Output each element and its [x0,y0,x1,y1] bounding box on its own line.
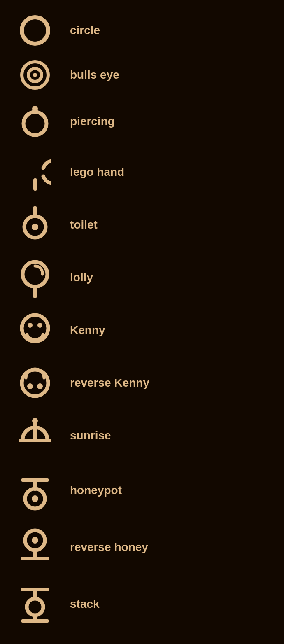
svg-point-13 [28,323,33,328]
toilet-icon [8,204,62,245]
item-label: lego hand [62,166,276,179]
svg-point-26 [32,537,38,544]
piercing-icon [8,103,62,140]
list-item: lolly [0,251,284,304]
lolly-icon [8,257,62,298]
svg-point-5 [32,106,38,112]
svg-point-16 [27,383,33,389]
kenny-icon [8,310,62,351]
item-list: circle bulls eye piercing [0,0,284,644]
list-item: lego hand [0,146,284,198]
svg-point-20 [32,418,38,424]
item-label: bulls eye [62,68,276,82]
alien-icon [8,638,62,644]
svg-point-4 [23,112,47,135]
item-label: toilet [62,218,276,231]
svg-point-9 [32,224,38,230]
item-label: honeypot [62,484,276,497]
lego-hand-icon [8,152,62,193]
item-label: circle [62,24,276,37]
list-item: sunrise [0,409,284,462]
item-label: reverse Kenny [62,376,276,390]
list-item: piercing [0,97,284,146]
list-item: reverse honey [0,519,284,576]
svg-point-12 [22,315,48,341]
circle-icon [8,14,62,47]
list-item: bulls eye [0,53,284,97]
svg-point-14 [37,323,42,328]
item-label: Kenny [62,324,276,337]
svg-point-0 [22,17,48,44]
honeypot-icon [8,468,62,513]
reverse-kenny-icon [8,362,62,404]
list-item: alien [0,632,284,644]
item-label: piercing [62,115,276,128]
item-label: reverse honey [62,541,276,554]
svg-point-31 [27,599,43,615]
list-item: circle [0,8,284,53]
item-label: sunrise [62,429,276,442]
item-label: stack [62,597,276,611]
svg-rect-6 [33,178,37,191]
list-item: stack [0,576,284,632]
list-item: honeypot [0,462,284,519]
svg-rect-7 [33,206,37,215]
svg-point-17 [37,383,43,389]
item-label: lolly [62,271,276,284]
stack-icon [8,581,62,627]
list-item: toilet [0,198,284,251]
list-item: Kenny [0,304,284,357]
svg-point-3 [33,73,37,77]
bulls-eye-icon [8,58,62,91]
list-item: reverse Kenny [0,357,284,409]
sunrise-icon [8,415,62,456]
reverse-honey-icon [8,525,62,570]
svg-point-24 [32,495,38,502]
